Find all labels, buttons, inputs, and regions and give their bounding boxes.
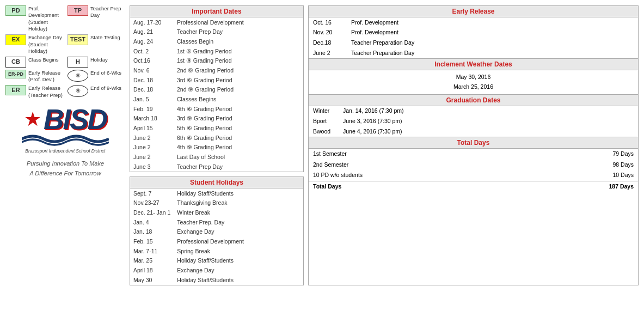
table-row: Nov. 20Prof. Development	[309, 28, 638, 38]
table-row: Feb. 15Professional Development	[130, 236, 303, 246]
legend-text-erpd: Early Release(Prof. Dev.)	[28, 70, 60, 83]
legend-text-h: Holiday	[90, 57, 108, 63]
table-row: June 2Last Day of School	[130, 153, 303, 162]
date-cell: June 2	[309, 48, 347, 58]
inclement-weather-dates: May 30, 2016March 25, 2016	[309, 70, 638, 94]
label-cell: Bport	[309, 116, 339, 126]
desc-cell: Holiday Staff/Students	[174, 275, 303, 285]
desc-cell: Teacher Preparation Day	[347, 48, 638, 58]
legend-item-test: TEST State Testing	[68, 34, 125, 54]
legend-text-cb: Class Begins	[28, 57, 58, 63]
legend-text-tp: Teacher PrepDay	[90, 5, 121, 19]
table-row: Jan. 4Teacher Prep. Day	[130, 217, 303, 227]
desc-cell: 3rd ⑨ Grading Period	[174, 114, 303, 124]
date-cell: Nov. 20	[309, 28, 347, 38]
date-cell: Dec. 21- Jan 1	[130, 208, 174, 217]
badge-er: ER	[5, 85, 26, 95]
table-row: May 30Holiday Staff/Students	[130, 275, 303, 285]
table-row: Nov. 62nd ⑥ Grading Period	[130, 65, 303, 75]
table-row: Dec. 182nd ⑨ Grading Period	[130, 85, 303, 95]
desc-cell: Holiday Staff/Students	[174, 188, 303, 198]
desc-cell: Exchange Day	[174, 227, 303, 237]
date-cell: Aug. 24	[130, 36, 174, 46]
date-cell: Aug. 21	[130, 27, 174, 37]
table-row: Jan. 18Exchange Day	[130, 227, 303, 237]
table-row: March 183rd ⑨ Grading Period	[130, 114, 303, 124]
badge-pd: PD	[5, 5, 26, 16]
total-days-header: Total Days	[309, 137, 638, 149]
desc-cell: Classes Begins	[174, 95, 303, 105]
legend-text-test: State Testing	[90, 34, 120, 41]
table-row: Mar. 7-11Spring Break	[130, 246, 303, 256]
date-cell: Dec. 18	[130, 75, 174, 85]
days-cell: 79 Days	[518, 149, 638, 160]
right-panel: Early Release Oct. 16Prof. DevelopmentNo…	[308, 5, 639, 285]
student-holidays-section: Student Holidays Sept. 7Holiday Staff/St…	[130, 176, 304, 285]
legend-item-pd: PD Prof. Development(Student Holiday)	[5, 5, 63, 32]
desc-cell: 4th ⑥ Grading Period	[174, 104, 303, 114]
legend-item-h: H Holiday	[68, 57, 125, 67]
desc-cell: Spring Break	[174, 246, 303, 256]
table-row: April 18Exchange Day	[130, 266, 303, 276]
table-row: Mar. 25Holiday Staff/Students	[130, 256, 303, 266]
desc-cell: June 3, 2016 (7:30 pm)	[339, 116, 638, 126]
desc-cell: Holiday Staff/Students	[174, 256, 303, 266]
date-cell: Mar. 25	[130, 256, 174, 266]
inclement-date: March 25, 2016	[313, 82, 634, 92]
table-row: Aug. 24Classes Begin	[130, 36, 303, 46]
important-dates-table: Aug. 17-20Professional DevelopmentAug. 2…	[130, 17, 303, 172]
table-row: 2nd Semester98 Days	[309, 160, 638, 170]
badge-h: H	[68, 57, 88, 67]
date-cell: Feb. 19	[130, 104, 174, 114]
date-cell: June 2	[130, 133, 174, 143]
main-layout: PD Prof. Development(Student Holiday) TP…	[5, 5, 639, 285]
bisd-letters: BISD	[44, 105, 107, 133]
days-cell: 10 Days	[518, 170, 638, 181]
tagline-line1: Pursuing Innovation To Make	[27, 160, 104, 167]
date-cell: June 2	[130, 153, 174, 162]
date-cell: March 18	[130, 114, 174, 124]
desc-cell: Teacher Prep Day	[174, 162, 303, 172]
date-cell: Nov.23-27	[130, 198, 174, 208]
left-panel: PD Prof. Development(Student Holiday) TP…	[5, 5, 125, 285]
important-dates-section: Important Dates Aug. 17-20Professional D…	[130, 5, 304, 172]
badge-6wks: ⑥	[68, 70, 88, 82]
table-row: Dec. 183rd ⑥ Grading Period	[130, 75, 303, 85]
date-cell: Oct.16	[130, 56, 174, 66]
date-cell: Mar. 7-11	[130, 246, 174, 256]
desc-cell: Prof. Development	[347, 28, 638, 38]
student-holidays-table: Sept. 7Holiday Staff/StudentsNov.23-27Th…	[130, 188, 303, 285]
legend-item-9wks: ⑨ End of 9-Wks	[68, 85, 125, 99]
legend-text-ex: Exchange Day(Student Holiday)	[28, 34, 63, 54]
bisd-star-icon: ★	[24, 109, 41, 129]
desc-cell: Jan. 14, 2016 (7:30 pm)	[339, 106, 638, 117]
date-cell: Oct. 2	[130, 46, 174, 56]
table-row: 10 PD w/o students10 Days	[309, 170, 638, 181]
badge-9wks: ⑨	[68, 85, 88, 97]
table-row: Feb. 194th ⑥ Grading Period	[130, 104, 303, 114]
date-cell: Aug. 17-20	[130, 17, 174, 27]
desc-cell: Professional Development	[174, 236, 303, 246]
label-cell: 2nd Semester	[309, 160, 518, 170]
desc-cell: Teacher Prep. Day	[174, 217, 303, 227]
badge-cb: CB	[5, 57, 26, 67]
date-cell: Feb. 15	[130, 236, 174, 246]
badge-erpd: ER-PD	[5, 70, 26, 79]
table-row: BportJune 3, 2016 (7:30 pm)	[309, 116, 638, 126]
desc-cell: Teacher Prep Day	[174, 27, 303, 37]
logo-area: ★ BISD Brazosport Independent School Dis…	[5, 105, 125, 154]
label-cell: 1st Semester	[309, 149, 518, 160]
desc-cell: 2nd ⑨ Grading Period	[174, 85, 303, 95]
legend-item-ex: EX Exchange Day(Student Holiday)	[5, 34, 63, 54]
desc-cell: 2nd ⑥ Grading Period	[174, 65, 303, 75]
total-days-value: 187 Days	[518, 181, 638, 192]
desc-cell: Last Day of School	[174, 153, 303, 162]
table-row: Oct. 21st ⑥ Grading Period	[130, 46, 303, 56]
date-cell: June 3	[130, 162, 174, 172]
table-row: June 26th ⑥ Grading Period	[130, 133, 303, 143]
table-row: 1st Semester79 Days	[309, 149, 638, 160]
total-days-section: Total Days 1st Semester79 Days2nd Semest…	[309, 137, 638, 192]
bisd-waves	[22, 131, 109, 148]
date-cell: Oct. 16	[309, 17, 347, 28]
table-row: Sept. 7Holiday Staff/Students	[130, 188, 303, 198]
